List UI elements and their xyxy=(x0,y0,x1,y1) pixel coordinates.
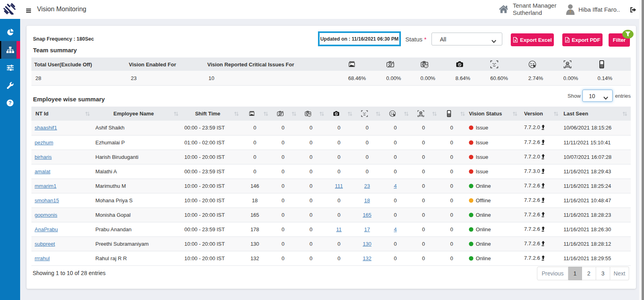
svg-text:?: ? xyxy=(8,100,11,106)
